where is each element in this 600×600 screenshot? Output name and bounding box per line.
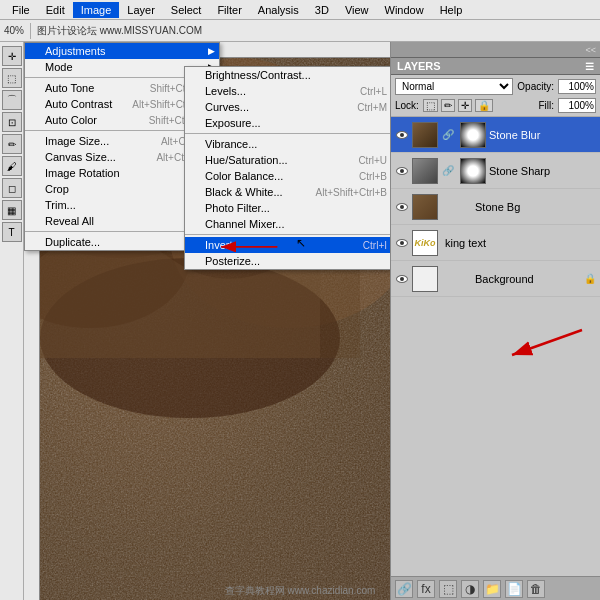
menu-item-photo-filter[interactable]: Photo Filter... xyxy=(185,200,390,216)
layer-lock-background: 🔒 xyxy=(584,273,596,284)
layer-item-king-text[interactable]: KiKo king text xyxy=(391,225,600,261)
menu-view[interactable]: View xyxy=(337,2,377,18)
menu-item-adjustments[interactable]: Adjustments ▶ xyxy=(25,43,219,59)
eye-pupil-stone-sharp xyxy=(400,169,404,173)
layer-eye-stone-sharp[interactable] xyxy=(395,164,409,178)
layer-name-stone-sharp: Stone Sharp xyxy=(489,165,596,177)
tools-panel: ✛ ⬚ ⌒ ⊡ ✏ 🖌 ◻ ▦ T xyxy=(0,42,24,600)
menu-item-levels[interactable]: Levels... Ctrl+L xyxy=(185,83,390,99)
reveal-all-label: Reveal All xyxy=(45,215,94,227)
tool-move[interactable]: ✛ xyxy=(2,46,22,66)
menu-item-brightness-contrast[interactable]: Brightness/Contrast... xyxy=(185,67,390,83)
lock-transparency-icon[interactable]: ⬚ xyxy=(423,99,438,112)
menu-window[interactable]: Window xyxy=(377,2,432,18)
tool-lasso[interactable]: ⌒ xyxy=(2,90,22,110)
black-white-shortcut: Alt+Shift+Ctrl+B xyxy=(316,187,387,198)
adj-divider-1 xyxy=(185,133,390,134)
adjustments-label: Adjustments xyxy=(45,45,106,57)
layer-name-background: Background xyxy=(475,273,581,285)
menu-edit[interactable]: Edit xyxy=(38,2,73,18)
curves-shortcut: Ctrl+M xyxy=(357,102,387,113)
auto-contrast-label: Auto Contrast xyxy=(45,98,112,110)
brightness-contrast-label: Brightness/Contrast... xyxy=(205,69,311,81)
eye-pupil-king-text xyxy=(400,241,404,245)
layer-item-stone-blur[interactable]: 🔗 Stone Blur xyxy=(391,117,600,153)
layer-name-stone-bg: Stone Bg xyxy=(475,201,596,213)
lock-label: Lock: xyxy=(395,100,419,111)
lock-all-icon[interactable]: 🔒 xyxy=(475,99,493,112)
vibrance-label: Vibrance... xyxy=(205,138,257,150)
layer-item-background[interactable]: Background 🔒 xyxy=(391,261,600,297)
layer-name-stone-blur: Stone Blur xyxy=(489,129,596,141)
layer-eye-background[interactable] xyxy=(395,272,409,286)
menu-item-exposure[interactable]: Exposure... xyxy=(185,115,390,131)
menu-filter[interactable]: Filter xyxy=(209,2,249,18)
layers-controls: Normal Multiply Screen Opacity: Lock: ⬚ … xyxy=(391,75,600,117)
menu-image[interactable]: Image xyxy=(73,2,120,18)
auto-tone-label: Auto Tone xyxy=(45,82,94,94)
menu-file[interactable]: File xyxy=(4,2,38,18)
invert-shortcut: Ctrl+I xyxy=(363,240,387,251)
mouse-cursor: ↖ xyxy=(296,236,306,250)
adjustments-submenu: Brightness/Contrast... Levels... Ctrl+L … xyxy=(184,66,390,270)
tool-eraser[interactable]: ◻ xyxy=(2,178,22,198)
canvas-size-label: Canvas Size... xyxy=(45,151,116,163)
layer-mask-stone-blur xyxy=(460,122,486,148)
eye-icon-king-text xyxy=(396,239,408,247)
eye-icon-stone-bg xyxy=(396,203,408,211)
tool-crop[interactable]: ⊡ xyxy=(2,112,22,132)
curves-label: Curves... xyxy=(205,101,249,113)
image-size-label: Image Size... xyxy=(45,135,109,147)
menu-item-hue-saturation[interactable]: Hue/Saturation... Ctrl+U xyxy=(185,152,390,168)
tool-brush[interactable]: 🖌 xyxy=(2,156,22,176)
tool-text[interactable]: T xyxy=(2,222,22,242)
menu-select[interactable]: Select xyxy=(163,2,210,18)
menu-item-color-balance[interactable]: Color Balance... Ctrl+B xyxy=(185,168,390,184)
layer-eye-king-text[interactable] xyxy=(395,236,409,250)
menu-analysis[interactable]: Analysis xyxy=(250,2,307,18)
watermark: 查字典教程网 www.chazidian.com xyxy=(0,584,600,598)
layer-mask-stone-sharp xyxy=(460,158,486,184)
menu-3d[interactable]: 3D xyxy=(307,2,337,18)
layer-eye-stone-blur[interactable] xyxy=(395,128,409,142)
menu-item-invert[interactable]: Invert Ctrl+I xyxy=(185,237,390,253)
lock-paint-icon[interactable]: ✏ xyxy=(441,99,455,112)
opacity-input[interactable] xyxy=(558,79,596,94)
crop-label: Crop xyxy=(45,183,69,195)
layers-list: 🔗 Stone Blur 🔗 Stone Sharp xyxy=(391,117,600,576)
menu-item-curves[interactable]: Curves... Ctrl+M xyxy=(185,99,390,115)
levels-shortcut: Ctrl+L xyxy=(360,86,387,97)
layer-thumb-background xyxy=(412,266,438,292)
layers-menu-icon[interactable]: ☰ xyxy=(585,61,594,72)
menu-help[interactable]: Help xyxy=(432,2,471,18)
photo-filter-label: Photo Filter... xyxy=(205,202,270,214)
auto-color-label: Auto Color xyxy=(45,114,97,126)
eye-pupil-background xyxy=(400,277,404,281)
menu-item-vibrance[interactable]: Vibrance... xyxy=(185,136,390,152)
blend-mode-select[interactable]: Normal Multiply Screen xyxy=(395,78,513,95)
lock-move-icon[interactable]: ✛ xyxy=(458,99,472,112)
tool-gradient[interactable]: ▦ xyxy=(2,200,22,220)
menu-item-posterize[interactable]: Posterize... xyxy=(185,253,390,269)
menu-layer[interactable]: Layer xyxy=(119,2,163,18)
tool-eyedropper[interactable]: ✏ xyxy=(2,134,22,154)
tool-select[interactable]: ⬚ xyxy=(2,68,22,88)
menu-item-black-white[interactable]: Black & White... Alt+Shift+Ctrl+B xyxy=(185,184,390,200)
panel-collapse-icon[interactable]: << xyxy=(585,45,596,55)
layer-eye-stone-bg[interactable] xyxy=(395,200,409,214)
levels-label: Levels... xyxy=(205,85,246,97)
eye-pupil-stone-blur xyxy=(400,133,404,137)
layers-panel: << LAYERS ☰ Normal Multiply Screen Opaci… xyxy=(390,42,600,600)
fill-input[interactable] xyxy=(558,98,596,113)
hue-saturation-label: Hue/Saturation... xyxy=(205,154,288,166)
color-balance-label: Color Balance... xyxy=(205,170,283,182)
toolbar: 40% 图片计设论坛 www.MISSYUAN.COM xyxy=(0,20,600,42)
fill-label: Fill: xyxy=(538,100,554,111)
layer-item-stone-sharp[interactable]: 🔗 Stone Sharp xyxy=(391,153,600,189)
menu-item-channel-mixer[interactable]: Channel Mixer... xyxy=(185,216,390,232)
layers-header: LAYERS ☰ xyxy=(391,58,600,75)
eye-icon-stone-sharp xyxy=(396,167,408,175)
toolbar-separator xyxy=(30,23,31,39)
layer-item-stone-bg[interactable]: Stone Bg xyxy=(391,189,600,225)
layer-name-king-text: king text xyxy=(445,237,596,249)
